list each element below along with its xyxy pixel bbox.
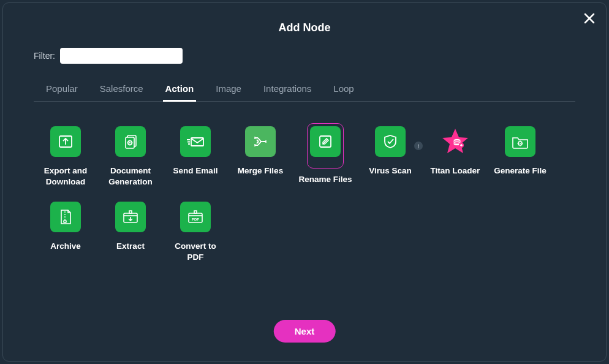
- filter-label: Filter:: [34, 51, 55, 61]
- node-label: Export and Download: [36, 165, 95, 187]
- node-virus-scan[interactable]: i Virus Scan: [361, 126, 420, 187]
- shield-check-icon: [375, 126, 406, 157]
- tab-action[interactable]: Action: [163, 80, 197, 102]
- svg-point-13: [520, 143, 521, 144]
- node-label: Generate File: [494, 165, 547, 176]
- node-archive[interactable]: Archive: [36, 202, 95, 262]
- node-document-generation[interactable]: Document Generation: [101, 126, 160, 187]
- tabs: Popular Salesforce Action Image Integrat…: [34, 80, 575, 102]
- filter-input[interactable]: [60, 48, 183, 64]
- extract-icon: [115, 202, 146, 232]
- node-generate-file[interactable]: Generate File: [491, 126, 550, 187]
- svg-rect-5: [191, 138, 203, 146]
- node-titan-loader[interactable]: Titan Loader: [426, 126, 485, 187]
- node-label: Document Generation: [101, 165, 160, 187]
- node-extract[interactable]: Extract: [101, 202, 160, 262]
- filter-row: Filter:: [34, 48, 575, 64]
- node-grid: Export and Download Document Generation: [34, 126, 575, 262]
- star-db-icon: [440, 126, 471, 157]
- tab-popular[interactable]: Popular: [44, 80, 80, 102]
- node-label: Rename Files: [298, 174, 352, 185]
- tab-integrations[interactable]: Integrations: [261, 80, 314, 102]
- node-label: Merge Files: [238, 165, 283, 176]
- add-node-modal: Add Node Filter: Popular Salesforce Acti…: [2, 2, 607, 362]
- tab-salesforce[interactable]: Salesforce: [97, 80, 146, 102]
- node-label: Send Email: [173, 165, 218, 176]
- node-convert-pdf[interactable]: PDF Convert to PDF: [166, 202, 225, 262]
- info-icon[interactable]: i: [414, 142, 423, 150]
- doc-gear-icon: [115, 126, 146, 157]
- node-label: Titan Loader: [431, 165, 480, 176]
- node-label: Convert to PDF: [166, 241, 225, 262]
- pencil-square-icon: [310, 126, 341, 157]
- node-send-email[interactable]: Send Email: [166, 126, 225, 187]
- svg-point-4: [129, 142, 130, 143]
- close-icon[interactable]: [584, 13, 595, 24]
- node-label: Extract: [116, 241, 145, 252]
- merge-icon: [245, 126, 276, 157]
- next-button[interactable]: Next: [274, 320, 336, 343]
- node-rename-files[interactable]: Rename Files: [296, 126, 355, 187]
- pdf-icon: PDF: [180, 202, 211, 232]
- envelope-send-icon: [180, 126, 211, 157]
- folder-gear-icon: [505, 126, 535, 157]
- tray-up-icon: [50, 126, 81, 157]
- tab-image[interactable]: Image: [213, 80, 244, 102]
- modal-title: Add Node: [34, 21, 575, 34]
- node-label: Archive: [50, 241, 81, 252]
- svg-text:PDF: PDF: [192, 218, 199, 221]
- zip-icon: [50, 202, 81, 232]
- node-label: Virus Scan: [369, 165, 412, 176]
- tab-loop[interactable]: Loop: [331, 80, 356, 102]
- node-merge-files[interactable]: Merge Files: [231, 126, 290, 187]
- svg-rect-14: [64, 221, 66, 222]
- node-export-download[interactable]: Export and Download: [36, 126, 95, 187]
